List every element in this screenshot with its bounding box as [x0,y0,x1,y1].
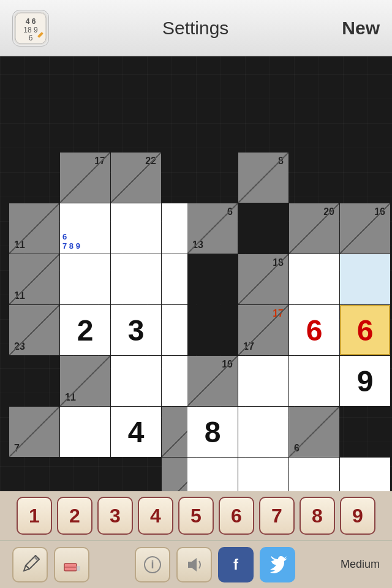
white-cell[interactable] [238,356,288,406]
num-btn-9[interactable]: 9 [340,497,375,535]
num-btn-3[interactable]: 3 [97,497,133,535]
white-cell[interactable] [238,407,288,457]
eraser-button[interactable] [54,547,89,582]
clue-cell-8: 8 [238,153,288,203]
app-icon: 4 6 18 9 6 [12,10,49,47]
num-btn-1[interactable]: 1 [17,497,52,535]
num-btn-2[interactable]: 2 [57,497,92,535]
clue-cell-17: 17 [60,153,110,203]
svg-text:f: f [233,556,239,573]
game-area: 17 22 8 11 6 7 8 9 6 13 20 16 11 18 [0,56,392,491]
clue-cell-22: 22 [111,153,161,203]
black-cell [187,305,238,355]
white-cell[interactable]: 6 7 8 9 [60,203,110,254]
white-cell[interactable]: 2 [60,305,110,355]
svg-marker-11 [188,558,197,571]
white-cell[interactable] [187,458,238,491]
white-cell[interactable]: 8 [187,407,238,457]
cell-value-3[interactable]: 3 [111,305,161,355]
white-cell[interactable]: 4 [111,407,161,457]
clue-cell-7: 7 [9,407,59,457]
pencil-notes: 6 7 8 9 [62,232,80,251]
cell-value-9[interactable]: 9 [340,356,390,406]
difficulty-label: Medium [341,558,380,571]
num-btn-7[interactable]: 7 [259,497,295,535]
toolbar-left [12,547,89,582]
clue-cell-6a: 6 13 [187,203,238,254]
cell-value-6red[interactable]: 6 [289,305,339,355]
sound-button[interactable] [176,547,212,582]
toolbar-right: i f [135,547,295,582]
white-cell[interactable] [289,458,339,491]
clue-cell-23: 23 [9,305,59,355]
facebook-button[interactable]: f [218,547,254,582]
cell-value-6yellow[interactable]: 6 [341,306,389,354]
num-btn-8[interactable]: 8 [300,497,335,535]
header-left: 4 6 18 9 6 [12,10,49,47]
white-cell[interactable] [238,458,288,491]
clue-cell-11b: 11 [9,254,59,304]
pencil-button[interactable] [12,547,48,582]
twitter-button[interactable] [260,547,295,582]
white-cell[interactable] [289,356,339,406]
info-button[interactable]: i [135,547,170,582]
white-cell[interactable] [111,203,161,254]
clue-cell-18: 18 [238,254,288,304]
white-cell[interactable] [60,254,110,304]
white-cell[interactable] [111,356,161,406]
white-cell[interactable] [60,407,110,457]
svg-text:i: i [151,559,154,571]
black-cell [187,254,238,304]
svg-text:18 9: 18 9 [23,26,38,34]
hint-cell [340,254,390,304]
selected-cell[interactable]: 6 [340,305,390,355]
white-cell[interactable]: 3 [111,305,161,355]
white-cell[interactable] [340,458,390,491]
header: 4 6 18 9 6 Settings New [0,0,392,56]
clue-cell-10: 10 [187,356,238,406]
cell-value-8[interactable]: 8 [187,407,238,457]
svg-rect-8 [77,566,80,571]
clue-cell-11c: 11 [60,356,110,406]
new-button[interactable]: New [342,18,380,39]
white-cell[interactable] [289,254,339,304]
svg-text:6: 6 [29,34,33,42]
clue-cell-16: 16 [340,203,390,254]
clue-cell-20: 20 [289,203,339,254]
clue-cell-11a: 11 [9,203,59,254]
cell-value-4[interactable]: 4 [111,407,161,457]
num-btn-6[interactable]: 6 [219,497,254,535]
white-cell[interactable]: 6 [289,305,339,355]
white-cell[interactable] [111,254,161,304]
num-btn-4[interactable]: 4 [138,497,173,535]
clue-cell-17b: 17 17 [238,305,288,355]
svg-text:4 6: 4 6 [26,17,36,26]
num-btn-5[interactable]: 5 [178,497,214,535]
settings-button[interactable]: Settings [162,18,228,39]
white-cell[interactable]: 9 [340,356,390,406]
cell-value-2[interactable]: 2 [60,305,110,355]
bottom-toolbar: i f Medium [0,540,392,588]
black-cell [238,203,288,254]
clue-cell-6b: 6 [289,407,339,457]
number-bar: 1 2 3 4 5 6 7 8 9 [0,491,392,540]
